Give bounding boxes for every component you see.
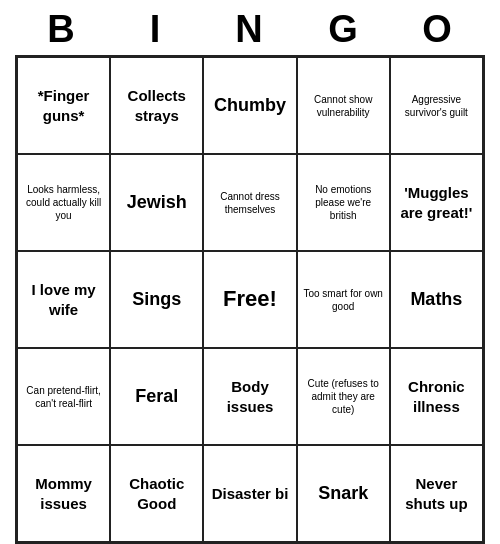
bingo-cell: Cannot show vulnerability [297,57,390,154]
bingo-cell: 'Muggles are great!' [390,154,483,251]
bingo-cell: I love my wife [17,251,110,348]
bingo-grid: *Finger guns*Collects straysChumbyCannot… [15,55,485,544]
bingo-cell: Body issues [203,348,296,445]
title-letter: G [304,8,384,51]
bingo-cell: Never shuts up [390,445,483,542]
bingo-cell: Chaotic Good [110,445,203,542]
bingo-cell: Aggressive survivor's guilt [390,57,483,154]
bingo-cell: No emotions please we're british [297,154,390,251]
bingo-cell: Feral [110,348,203,445]
title-letter: B [22,8,102,51]
bingo-cell: Maths [390,251,483,348]
bingo-cell: Can pretend-flirt, can't real-flirt [17,348,110,445]
bingo-cell: Mommy issues [17,445,110,542]
bingo-cell: Too smart for own good [297,251,390,348]
title-letter: I [116,8,196,51]
bingo-cell: Disaster bi [203,445,296,542]
bingo-cell: Collects strays [110,57,203,154]
title-letter: O [398,8,478,51]
bingo-cell: Chronic illness [390,348,483,445]
bingo-cell: Snark [297,445,390,542]
bingo-cell: Chumby [203,57,296,154]
bingo-cell: Free! [203,251,296,348]
title-letter: N [210,8,290,51]
bingo-cell: Jewish [110,154,203,251]
bingo-cell: Cute (refuses to admit they are cute) [297,348,390,445]
bingo-cell: Sings [110,251,203,348]
bingo-cell: Looks harmless, could actually kill you [17,154,110,251]
bingo-cell: Cannot dress themselves [203,154,296,251]
bingo-cell: *Finger guns* [17,57,110,154]
bingo-title: BINGO [15,0,485,55]
